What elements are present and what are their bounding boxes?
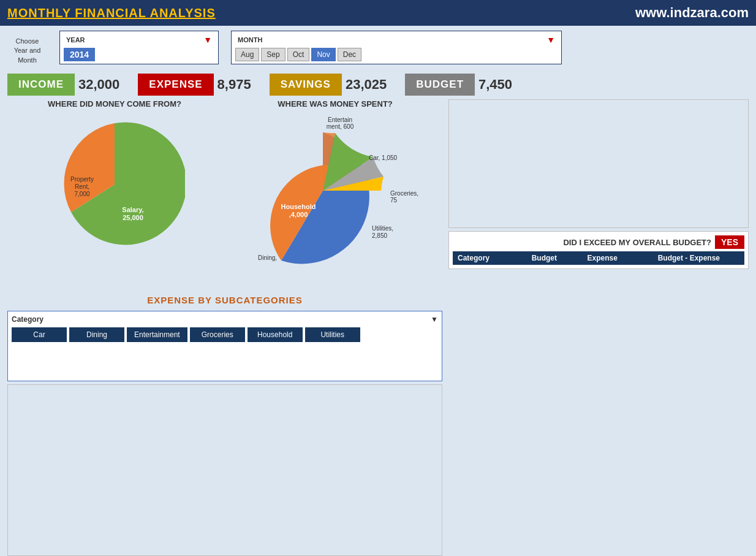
chip-car[interactable]: Car (12, 327, 67, 342)
svg-text:,4,000: ,4,000 (289, 211, 308, 218)
category-chips: CarDiningEntertainmentGroceriesHousehold… (12, 327, 438, 342)
expense-chart: WHERE WAS MONEY SPENT? (228, 99, 442, 289)
budget-value: 7,450 (478, 77, 512, 93)
svg-text:2,850: 2,850 (372, 232, 387, 239)
header: MONTHLY FINANCIAL ANALYSIS www.indzara.c… (0, 0, 756, 26)
chip-entertainment[interactable]: Entertainment (127, 327, 187, 342)
svg-text:Entertain: Entertain (328, 116, 352, 123)
svg-text:Dining,: Dining, (258, 254, 277, 261)
income-label: INCOME (7, 74, 75, 96)
income-metric: INCOME 32,000 (7, 74, 119, 96)
svg-text:7,000: 7,000 (74, 191, 89, 197)
income-chart-title: WHERE DID MONEY COME FROM? (48, 99, 181, 109)
budget-table: Category Budget Expense Budget - Expense (453, 251, 744, 265)
expense-chart-title: WHERE WAS MONEY SPENT? (278, 99, 393, 109)
svg-text:Groceries,: Groceries, (390, 190, 418, 197)
year-control: YEAR ▼ 2014 (59, 31, 219, 64)
chip-utilities[interactable]: Utilities (305, 327, 360, 342)
year-filter-icon[interactable]: ▼ (203, 35, 212, 45)
chip-household[interactable]: Household (248, 327, 303, 342)
expense-label: EXPENSE (138, 74, 213, 96)
month-buttons: AugSepOctNovDec (235, 48, 558, 61)
chip-groceries[interactable]: Groceries (190, 327, 245, 342)
month-filter-icon[interactable]: ▼ (546, 35, 555, 45)
budget-section: DID I EXCEED MY OVERALL BUDGET? YES Cate… (448, 231, 749, 269)
controls-row: ChooseYear andMonth YEAR ▼ 2014 MONTH ▼ … (0, 26, 756, 70)
budget-header-row: DID I EXCEED MY OVERALL BUDGET? YES (453, 235, 744, 249)
month-control: MONTH ▼ AugSepOctNovDec (231, 31, 562, 64)
website-label: www.indzara.com (635, 5, 749, 21)
budget-metric: BUDGET 7,450 (405, 74, 512, 96)
month-btn-sep[interactable]: Sep (261, 48, 285, 61)
expense-metric: EXPENSE 8,975 (138, 74, 251, 96)
income-value: 32,000 (78, 77, 119, 93)
svg-text:75: 75 (390, 197, 398, 204)
income-chart: WHERE DID MONEY COME FROM? Salary, (7, 99, 222, 289)
charts-area: WHERE DID MONEY COME FROM? Salary, (7, 99, 442, 289)
svg-text:25,000: 25,000 (123, 214, 143, 221)
col-category: Category (453, 251, 517, 265)
svg-text:Car, 1,050: Car, 1,050 (369, 154, 398, 161)
col-expense: Expense (572, 251, 633, 265)
month-btn-oct[interactable]: Oct (287, 48, 310, 61)
expense-value: 8,975 (217, 77, 251, 93)
chip-dining[interactable]: Dining (69, 327, 124, 342)
savings-metric: SAVINGS 23,025 (270, 74, 387, 96)
month-btn-dec[interactable]: Dec (338, 48, 361, 61)
svg-text:Salary,: Salary, (122, 206, 143, 213)
year-header-label: YEAR (66, 36, 85, 44)
subcategory-filter-icon[interactable]: ▼ (431, 315, 438, 324)
expense-by-subcategories-title: EXPENSE BY SUBCATEGORIES (7, 295, 442, 305)
savings-label: SAVINGS (270, 74, 342, 96)
svg-text:ment, 600: ment, 600 (327, 123, 354, 130)
right-top-spacer (448, 99, 749, 228)
col-budget: Budget (517, 251, 572, 265)
budget-table-header: Category Budget Expense Budget - Expense (453, 251, 744, 265)
budget-answer: YES (715, 235, 744, 249)
month-header-label: MONTH (238, 36, 262, 44)
budget-label: BUDGET (405, 74, 475, 96)
subcategories-header: Category ▼ (12, 315, 438, 324)
col-diff: Budget - Expense (633, 251, 744, 265)
svg-text:Rent,: Rent, (75, 183, 89, 190)
month-btn-nov[interactable]: Nov (311, 48, 335, 61)
year-value[interactable]: 2014 (64, 48, 95, 61)
budget-question: DID I EXCEED MY OVERALL BUDGET? (563, 238, 711, 247)
svg-text:Household: Household (281, 203, 316, 210)
control-label: ChooseYear andMonth (7, 31, 47, 65)
savings-value: 23,025 (346, 77, 387, 93)
svg-text:Property: Property (70, 176, 94, 183)
bar-chart-area (7, 384, 442, 556)
category-label: Category (12, 315, 43, 324)
subcategories-section: Category ▼ CarDiningEntertainmentGroceri… (7, 311, 442, 381)
month-btn-aug[interactable]: Aug (235, 48, 259, 61)
metrics-row: INCOME 32,000 EXPENSE 8,975 SAVINGS 23,0… (0, 70, 756, 99)
svg-text:Utilities,: Utilities, (372, 225, 393, 232)
app-title: MONTHLY FINANCIAL ANALYSIS (7, 6, 216, 20)
